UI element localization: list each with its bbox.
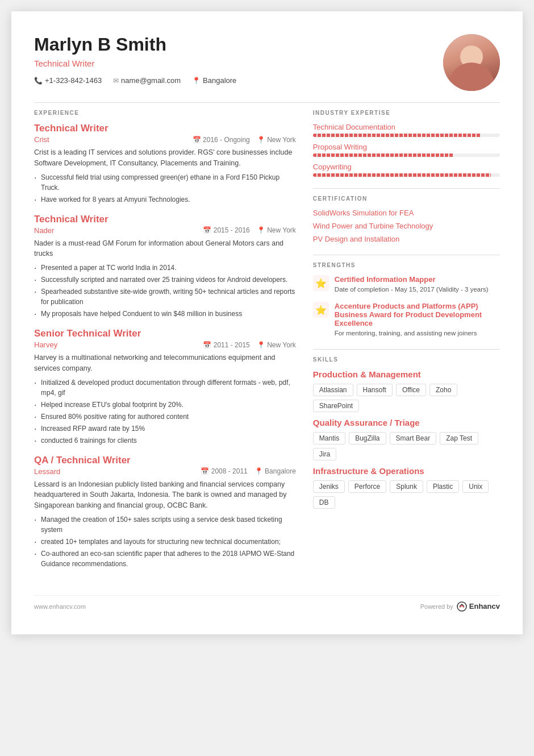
skills-title: SKILLS <box>313 356 500 363</box>
skill-category-title: Infrastructure & Operations <box>313 466 500 476</box>
skill-tag: Smart Bear <box>390 432 437 445</box>
cert-container: SolidWorks Simulation for FEAWind Power … <box>313 209 500 243</box>
job-description: Harvey is a multinational networking and… <box>34 352 296 374</box>
candidate-photo <box>443 34 500 91</box>
job-dates: 📅 2016 - Ongoing <box>193 136 250 144</box>
industry-title: INDUSTRY EXPERTISE <box>313 110 500 116</box>
email-contact: ✉ name@gmail.com <box>113 76 181 85</box>
experience-item: Technical Writer Crist 📅 2016 - Ongoing … <box>34 123 296 205</box>
job-company: Nader <box>34 226 54 235</box>
skill-tag: Jeniks <box>313 480 345 493</box>
left-column: EXPERIENCE Technical Writer Crist 📅 2016… <box>34 110 296 578</box>
header-left: Marlyn B Smith Technical Writer 📞 +1-323… <box>34 34 443 85</box>
bullet-item: My proposals have helped Conduent to win… <box>34 309 296 319</box>
job-meta-right: 📅 2008 - 2011 📍 Bangalore <box>201 467 295 475</box>
skill-bar-fill <box>313 134 481 137</box>
skill-bar <box>313 134 500 137</box>
bullet-item: Presented a paper at TC world India in 2… <box>34 263 296 273</box>
strength-desc: For mentoring, training, and assisting n… <box>335 329 500 338</box>
skill-tag: Zap Test <box>440 432 478 445</box>
strength-title: Certified Information Mapper <box>335 275 489 284</box>
bullet-item: Initialized & developed product document… <box>34 377 296 398</box>
experience-item: Senior Technical Writer Harvey 📅 2011 - … <box>34 328 296 446</box>
skill-bar <box>313 173 500 177</box>
bullet-item: Successful field trial using compressed … <box>34 172 296 193</box>
strength-content: Accenture Products and Platforms (APP) B… <box>335 302 500 338</box>
phone-icon: 📞 <box>34 77 43 85</box>
bullet-item: Managed the creation of 150+ sales scrip… <box>34 514 296 535</box>
bullet-item: Spearheaded substantive site-wide growth… <box>34 286 296 307</box>
strength-desc: Date of completion - May 15, 2017 (Valid… <box>335 285 489 294</box>
industry-item: Technical Documentation <box>313 123 500 137</box>
skill-tag: Jira <box>313 448 336 460</box>
job-meta-right: 📅 2011 - 2015 📍 New York <box>203 341 295 349</box>
job-location: 📍 New York <box>257 226 296 234</box>
skill-bar-fill <box>313 153 453 157</box>
contact-row: 📞 +1-323-842-1463 ✉ name@gmail.com 📍 Ban… <box>34 76 443 85</box>
bullet-item: created 10+ templates and layouts for st… <box>34 537 296 547</box>
skill-tag: Mantis <box>313 432 345 445</box>
skill-tag: BugZilla <box>349 432 386 445</box>
job-location: 📍 Bangalore <box>255 467 296 475</box>
skill-tags-row: MantisBugZillaSmart BearZap TestJira <box>313 432 500 460</box>
strengths-divider <box>313 255 500 255</box>
job-bullets: Initialized & developed product document… <box>34 377 296 446</box>
phone-contact: 📞 +1-323-842-1463 <box>34 76 102 85</box>
skill-tags-row: AtlassianHansoftOfficeZohoSharePoint <box>313 384 500 412</box>
cert-item: PV Design and Installation <box>313 235 500 243</box>
candidate-name: Marlyn B Smith <box>34 34 443 55</box>
industry-section: INDUSTRY EXPERTISE Technical Documentati… <box>313 110 500 177</box>
job-title: Senior Technical Writer <box>34 328 296 339</box>
skill-tag: Hansoft <box>357 384 393 396</box>
strength-star-icon: ⭐ <box>313 275 329 291</box>
bullet-item: Have worked for 8 years at Amyuni Techno… <box>34 194 296 205</box>
skill-bar <box>313 153 500 157</box>
photo-placeholder <box>443 34 500 91</box>
job-dates: 📅 2015 - 2016 <box>203 226 249 234</box>
skill-tags-row: JeniksPerforceSplunkPlasticUnixDB <box>313 480 500 509</box>
job-meta: Crist 📅 2016 - Ongoing 📍 New York <box>34 135 296 144</box>
header-section: Marlyn B Smith Technical Writer 📞 +1-323… <box>34 34 500 91</box>
job-meta: Lessard 📅 2008 - 2011 📍 Bangalore <box>34 467 296 476</box>
skill-tag: Plastic <box>427 480 459 493</box>
footer: www.enhancv.com Powered by Enhancv <box>34 595 500 612</box>
job-meta-right: 📅 2016 - Ongoing 📍 New York <box>193 136 296 144</box>
strength-content: Certified Information Mapper Date of com… <box>335 275 489 294</box>
job-description: Nader is a must-read GM Forum for inform… <box>34 238 296 260</box>
strength-title: Accenture Products and Platforms (APP) B… <box>335 302 500 327</box>
email-value: name@gmail.com <box>121 76 181 85</box>
strengths-container: ⭐ Certified Information Mapper Date of c… <box>313 275 500 338</box>
cert-title: CERTIFICATION <box>313 196 500 202</box>
job-company: Lessard <box>34 467 60 476</box>
strengths-title: STRENGTHS <box>313 262 500 268</box>
industry-label: Proposal Writing <box>313 143 500 151</box>
industry-item: Copywriting <box>313 163 500 177</box>
strength-item: ⭐ Certified Information Mapper Date of c… <box>313 275 500 294</box>
skills-section: SKILLS Production & Management Atlassian… <box>313 356 500 509</box>
skill-tag: Zoho <box>429 384 457 396</box>
job-bullets: Presented a paper at TC world India in 2… <box>34 263 296 319</box>
industry-item: Proposal Writing <box>313 143 500 157</box>
job-company: Harvey <box>34 340 57 349</box>
svg-point-0 <box>457 602 466 611</box>
right-column: INDUSTRY EXPERTISE Technical Documentati… <box>313 110 500 578</box>
cert-section: CERTIFICATION SolidWorks Simulation for … <box>313 196 500 243</box>
job-location: 📍 New York <box>257 136 296 144</box>
industry-label: Technical Documentation <box>313 123 500 131</box>
location-contact: 📍 Bangalore <box>192 76 236 85</box>
job-meta: Harvey 📅 2011 - 2015 📍 New York <box>34 340 296 349</box>
cert-divider <box>313 188 500 189</box>
strength-star-icon: ⭐ <box>313 302 329 318</box>
job-meta-right: 📅 2015 - 2016 📍 New York <box>203 226 295 234</box>
job-location: 📍 New York <box>257 341 296 349</box>
experience-item: Technical Writer Nader 📅 2015 - 2016 📍 N… <box>34 214 296 319</box>
experience-section-title: EXPERIENCE <box>34 110 296 116</box>
job-title: QA / Technical Writer <box>34 455 296 466</box>
industry-container: Technical Documentation Proposal Writing… <box>313 123 500 177</box>
bullet-item: Co-authored an eco-san scientific paper … <box>34 549 296 569</box>
email-icon: ✉ <box>113 77 119 85</box>
experience-item: QA / Technical Writer Lessard 📅 2008 - 2… <box>34 455 296 569</box>
skill-tag: DB <box>313 496 335 509</box>
candidate-title: Technical Writer <box>34 59 443 68</box>
bullet-item: Helped increase ETU's global footprint b… <box>34 400 296 410</box>
